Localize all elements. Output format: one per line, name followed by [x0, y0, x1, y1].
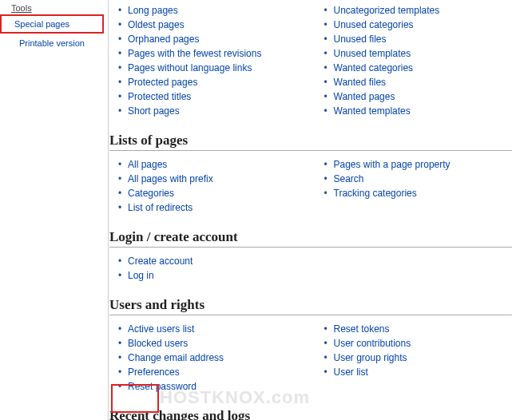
link-wanted-files[interactable]: Wanted files [334, 77, 387, 88]
link-list-redirects[interactable]: List of redirects [128, 202, 193, 213]
link-uncategorized-templates[interactable]: Uncategorized templates [334, 5, 440, 16]
link-all-pages[interactable]: All pages [128, 159, 167, 170]
link-user-list[interactable]: User list [334, 367, 368, 378]
link-long-pages[interactable]: Long pages [128, 5, 178, 16]
link-fewest-revisions[interactable]: Pages with the fewest revisions [128, 48, 261, 59]
link-no-language-links[interactable]: Pages without language links [128, 62, 252, 73]
link-reset-tokens[interactable]: Reset tokens [334, 323, 390, 335]
heading-lists-of-pages: Lists of pages [109, 133, 512, 151]
link-user-group-rights[interactable]: User group rights [334, 352, 407, 363]
link-wanted-categories[interactable]: Wanted categories [334, 62, 414, 73]
link-oldest-pages[interactable]: Oldest pages [128, 19, 185, 30]
link-active-users[interactable]: Active users list [128, 323, 194, 335]
users-rights-section: Active users list Blocked users Change e… [109, 319, 520, 397]
link-reset-password[interactable]: Reset password [128, 381, 196, 392]
link-page-property[interactable]: Pages with a page property [334, 159, 451, 170]
sidebar-special-pages[interactable]: Special pages [0, 14, 104, 34]
link-wanted-pages[interactable]: Wanted pages [334, 91, 395, 102]
link-protected-pages[interactable]: Protected pages [128, 77, 197, 88]
link-tracking-categories[interactable]: Tracking categories [334, 188, 417, 199]
sidebar-tools-heading[interactable]: Tools [0, 2, 104, 14]
link-preferences[interactable]: Preferences [128, 367, 180, 378]
link-unused-categories[interactable]: Unused categories [334, 19, 414, 30]
lists-of-pages-section: All pages All pages with prefix Categori… [109, 154, 520, 218]
link-user-contributions[interactable]: User contributions [334, 338, 411, 349]
heading-login-create: Login / create account [109, 229, 512, 248]
link-short-pages[interactable]: Short pages [128, 105, 180, 117]
sidebar-printable-version[interactable]: Printable version [0, 34, 104, 53]
heading-users-rights: Users and rights [109, 297, 512, 315]
link-all-pages-prefix[interactable]: All pages with prefix [128, 173, 213, 184]
link-log-in[interactable]: Log in [128, 270, 154, 281]
link-blocked-users[interactable]: Blocked users [128, 338, 188, 349]
link-create-account[interactable]: Create account [128, 256, 193, 267]
link-protected-titles[interactable]: Protected titles [128, 91, 191, 102]
link-orphaned-pages[interactable]: Orphaned pages [128, 34, 199, 45]
heading-recent-changes: Recent changes and logs [109, 408, 512, 420]
link-search[interactable]: Search [334, 173, 364, 184]
link-categories[interactable]: Categories [128, 188, 174, 199]
link-wanted-templates[interactable]: Wanted templates [334, 105, 411, 117]
main-content: Long pages Oldest pages Orphaned pages P… [108, 0, 520, 420]
login-create-section: Create account Log in [109, 251, 520, 286]
link-unused-files[interactable]: Unused files [334, 34, 387, 45]
sidebar: Tools Special pages Printable version [0, 0, 104, 53]
link-change-email[interactable]: Change email address [128, 352, 224, 363]
maintenance-section: Long pages Oldest pages Orphaned pages P… [109, 0, 520, 121]
link-unused-templates[interactable]: Unused templates [334, 48, 411, 59]
